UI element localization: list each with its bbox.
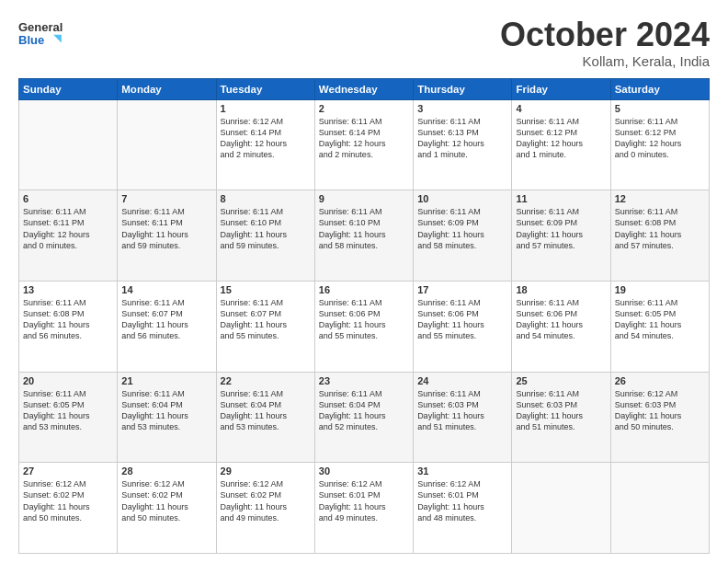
day-detail: Sunrise: 6:11 AM Sunset: 6:04 PM Dayligh…	[319, 388, 409, 433]
calendar-week-2: 13Sunrise: 6:11 AM Sunset: 6:08 PM Dayli…	[19, 281, 710, 372]
day-number: 10	[417, 193, 507, 204]
calendar-week-3: 20Sunrise: 6:11 AM Sunset: 6:05 PM Dayli…	[19, 372, 710, 463]
day-detail: Sunrise: 6:11 AM Sunset: 6:12 PM Dayligh…	[615, 116, 705, 161]
calendar-cell: 31Sunrise: 6:12 AM Sunset: 6:01 PM Dayli…	[414, 463, 512, 554]
day-detail: Sunrise: 6:12 AM Sunset: 6:01 PM Dayligh…	[319, 478, 409, 523]
calendar-cell: 13Sunrise: 6:11 AM Sunset: 6:08 PM Dayli…	[19, 281, 118, 372]
svg-marker-2	[53, 35, 62, 43]
logo: General Blue	[18, 17, 66, 52]
calendar-cell: 22Sunrise: 6:11 AM Sunset: 6:04 PM Dayli…	[216, 372, 314, 463]
day-detail: Sunrise: 6:11 AM Sunset: 6:06 PM Dayligh…	[417, 297, 507, 342]
calendar-week-0: 1Sunrise: 6:12 AM Sunset: 6:14 PM Daylig…	[19, 99, 710, 190]
day-number: 4	[516, 103, 606, 114]
calendar-cell: 25Sunrise: 6:11 AM Sunset: 6:03 PM Dayli…	[512, 372, 610, 463]
day-detail: Sunrise: 6:11 AM Sunset: 6:05 PM Dayligh…	[23, 388, 113, 433]
day-number: 28	[121, 465, 211, 477]
day-detail: Sunrise: 6:12 AM Sunset: 6:02 PM Dayligh…	[121, 478, 211, 523]
day-number: 8	[221, 193, 311, 204]
calendar-cell: 18Sunrise: 6:11 AM Sunset: 6:06 PM Dayli…	[512, 281, 610, 372]
day-number: 20	[23, 375, 113, 386]
day-detail: Sunrise: 6:11 AM Sunset: 6:10 PM Dayligh…	[319, 206, 409, 251]
day-number: 24	[417, 375, 507, 386]
calendar-cell	[19, 99, 118, 190]
calendar-cell: 2Sunrise: 6:11 AM Sunset: 6:14 PM Daylig…	[314, 99, 413, 190]
calendar-cell: 1Sunrise: 6:12 AM Sunset: 6:14 PM Daylig…	[216, 99, 314, 190]
calendar-header-wednesday: Wednesday	[314, 78, 413, 99]
calendar-cell: 9Sunrise: 6:11 AM Sunset: 6:10 PM Daylig…	[314, 190, 413, 282]
calendar-cell: 3Sunrise: 6:11 AM Sunset: 6:13 PM Daylig…	[414, 99, 512, 190]
calendar-cell: 23Sunrise: 6:11 AM Sunset: 6:04 PM Dayli…	[314, 372, 413, 463]
day-detail: Sunrise: 6:11 AM Sunset: 6:14 PM Dayligh…	[319, 116, 409, 161]
calendar-header-thursday: Thursday	[414, 78, 512, 99]
month-title: October 2024	[500, 17, 710, 53]
calendar-cell: 21Sunrise: 6:11 AM Sunset: 6:04 PM Dayli…	[118, 372, 216, 463]
day-number: 7	[121, 193, 211, 204]
day-detail: Sunrise: 6:11 AM Sunset: 6:07 PM Dayligh…	[221, 297, 311, 342]
page: General Blue October 2024 Kollam, Kerala…	[0, 0, 728, 563]
day-detail: Sunrise: 6:11 AM Sunset: 6:06 PM Dayligh…	[319, 297, 409, 342]
day-number: 1	[221, 103, 311, 114]
calendar-table: SundayMondayTuesdayWednesdayThursdayFrid…	[18, 78, 710, 554]
day-detail: Sunrise: 6:12 AM Sunset: 6:02 PM Dayligh…	[23, 478, 113, 523]
day-number: 13	[23, 284, 113, 295]
day-detail: Sunrise: 6:11 AM Sunset: 6:13 PM Dayligh…	[417, 116, 507, 161]
day-number: 5	[615, 103, 705, 114]
calendar-cell: 16Sunrise: 6:11 AM Sunset: 6:06 PM Dayli…	[314, 281, 413, 372]
calendar-cell	[512, 463, 610, 554]
day-detail: Sunrise: 6:11 AM Sunset: 6:04 PM Dayligh…	[221, 388, 311, 433]
day-number: 14	[121, 284, 211, 295]
day-detail: Sunrise: 6:12 AM Sunset: 6:14 PM Dayligh…	[221, 116, 311, 161]
day-number: 27	[23, 465, 113, 477]
calendar-cell: 12Sunrise: 6:11 AM Sunset: 6:08 PM Dayli…	[610, 190, 709, 282]
calendar-header-sunday: Sunday	[19, 78, 118, 99]
day-number: 30	[319, 465, 409, 477]
day-detail: Sunrise: 6:11 AM Sunset: 6:04 PM Dayligh…	[121, 388, 211, 433]
calendar-cell: 19Sunrise: 6:11 AM Sunset: 6:05 PM Dayli…	[610, 281, 709, 372]
calendar-header-saturday: Saturday	[610, 78, 709, 99]
day-detail: Sunrise: 6:11 AM Sunset: 6:08 PM Dayligh…	[615, 206, 705, 251]
day-detail: Sunrise: 6:11 AM Sunset: 6:12 PM Dayligh…	[516, 116, 606, 161]
calendar-cell: 17Sunrise: 6:11 AM Sunset: 6:06 PM Dayli…	[414, 281, 512, 372]
calendar-cell	[118, 99, 216, 190]
calendar-cell: 10Sunrise: 6:11 AM Sunset: 6:09 PM Dayli…	[414, 190, 512, 282]
day-detail: Sunrise: 6:11 AM Sunset: 6:06 PM Dayligh…	[516, 297, 606, 342]
calendar-cell: 7Sunrise: 6:11 AM Sunset: 6:11 PM Daylig…	[118, 190, 216, 282]
calendar-cell: 28Sunrise: 6:12 AM Sunset: 6:02 PM Dayli…	[118, 463, 216, 554]
day-number: 9	[319, 193, 409, 204]
day-detail: Sunrise: 6:12 AM Sunset: 6:03 PM Dayligh…	[615, 388, 705, 433]
day-number: 19	[615, 284, 705, 295]
day-number: 26	[615, 375, 705, 386]
day-detail: Sunrise: 6:12 AM Sunset: 6:02 PM Dayligh…	[221, 478, 311, 523]
calendar-week-4: 27Sunrise: 6:12 AM Sunset: 6:02 PM Dayli…	[19, 463, 710, 554]
calendar-cell: 26Sunrise: 6:12 AM Sunset: 6:03 PM Dayli…	[610, 372, 709, 463]
calendar-header-row: SundayMondayTuesdayWednesdayThursdayFrid…	[19, 78, 710, 99]
day-number: 15	[221, 284, 311, 295]
day-number: 17	[417, 284, 507, 295]
title-block: October 2024 Kollam, Kerala, India	[500, 17, 710, 69]
calendar-cell: 6Sunrise: 6:11 AM Sunset: 6:11 PM Daylig…	[19, 190, 118, 282]
calendar-header-tuesday: Tuesday	[216, 78, 314, 99]
day-number: 23	[319, 375, 409, 386]
calendar-cell: 11Sunrise: 6:11 AM Sunset: 6:09 PM Dayli…	[512, 190, 610, 282]
calendar-cell: 5Sunrise: 6:11 AM Sunset: 6:12 PM Daylig…	[610, 99, 709, 190]
day-number: 11	[516, 193, 606, 204]
calendar-header-monday: Monday	[118, 78, 216, 99]
location: Kollam, Kerala, India	[500, 53, 710, 69]
day-detail: Sunrise: 6:11 AM Sunset: 6:07 PM Dayligh…	[121, 297, 211, 342]
calendar-cell	[610, 463, 709, 554]
day-detail: Sunrise: 6:11 AM Sunset: 6:09 PM Dayligh…	[516, 206, 606, 251]
day-number: 25	[516, 375, 606, 386]
day-detail: Sunrise: 6:11 AM Sunset: 6:03 PM Dayligh…	[516, 388, 606, 433]
day-number: 21	[121, 375, 211, 386]
calendar-header-friday: Friday	[512, 78, 610, 99]
day-number: 2	[319, 103, 409, 114]
day-number: 31	[417, 465, 507, 477]
day-detail: Sunrise: 6:11 AM Sunset: 6:11 PM Dayligh…	[23, 206, 113, 251]
calendar-cell: 30Sunrise: 6:12 AM Sunset: 6:01 PM Dayli…	[314, 463, 413, 554]
day-detail: Sunrise: 6:11 AM Sunset: 6:10 PM Dayligh…	[221, 206, 311, 251]
day-detail: Sunrise: 6:11 AM Sunset: 6:09 PM Dayligh…	[417, 206, 507, 251]
day-detail: Sunrise: 6:12 AM Sunset: 6:01 PM Dayligh…	[417, 478, 507, 523]
header: General Blue October 2024 Kollam, Kerala…	[18, 17, 710, 69]
day-number: 18	[516, 284, 606, 295]
calendar-cell: 8Sunrise: 6:11 AM Sunset: 6:10 PM Daylig…	[216, 190, 314, 282]
